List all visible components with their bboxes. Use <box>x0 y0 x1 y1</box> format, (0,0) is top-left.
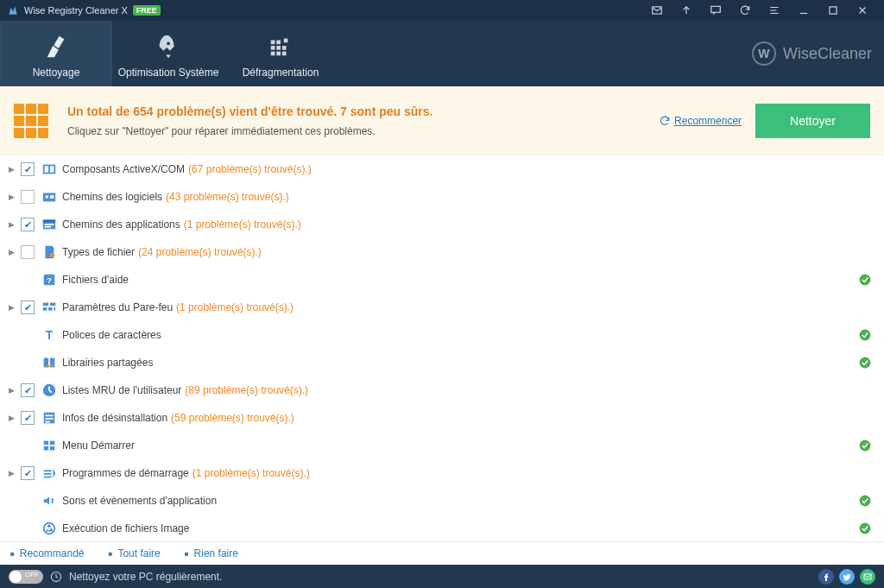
grid-icon <box>14 104 48 138</box>
expand-icon[interactable]: ▶ <box>5 414 17 422</box>
list-item[interactable]: T Polices de caractères <box>0 321 884 349</box>
expand-icon[interactable]: ▶ <box>5 220 17 229</box>
mail-social-icon[interactable] <box>860 569 875 585</box>
broom-icon <box>43 32 69 61</box>
checkbox[interactable] <box>21 162 35 176</box>
maximize-button[interactable] <box>818 0 848 21</box>
item-count: (67 problème(s) trouvé(s).) <box>188 163 312 175</box>
item-label: Programmes de démarrage <box>62 467 189 479</box>
list-item[interactable]: ▶ Programmes de démarrage (1 problème(s)… <box>0 459 884 487</box>
svg-point-51 <box>47 525 51 528</box>
list-item[interactable]: ▶ Paramètres du Pare-feu (1 problème(s) … <box>0 294 884 321</box>
clean-button[interactable]: Nettoyer <box>755 104 870 138</box>
restart-link[interactable]: Recommencer <box>659 115 742 127</box>
checkbox[interactable] <box>21 218 35 231</box>
rocket-icon <box>155 32 181 61</box>
item-count: (1 problème(s) trouvé(s).) <box>193 467 310 479</box>
banner-subtext: Cliquez sur "Nettoyer" pour réparer immé… <box>67 125 659 137</box>
list-item[interactable]: ▶ Chemins des applications (1 problème(s… <box>0 211 884 238</box>
svg-rect-19 <box>43 220 55 223</box>
app-title: Wise Registry Cleaner X <box>24 5 128 16</box>
facebook-icon[interactable] <box>818 569 834 585</box>
brand-logo[interactable]: W WiseCleaner <box>752 21 872 86</box>
list-item[interactable]: ▶ Infos de désinstallation (59 problème(… <box>0 404 884 432</box>
item-label: Infos de désinstallation <box>62 412 167 424</box>
tab-optimize[interactable]: Optimisation Système <box>112 21 224 86</box>
checkbox[interactable] <box>21 383 35 397</box>
link-recommended[interactable]: Recommandé <box>20 547 85 560</box>
tab-bar: Nettoyage Optimisation Système Défragmen… <box>0 21 884 86</box>
tab-defrag[interactable]: Défragmentation <box>224 21 337 86</box>
svg-text:T: T <box>46 328 54 342</box>
list-item[interactable]: ? Fichiers d'aide <box>0 266 884 294</box>
tab-cleanup[interactable]: Nettoyage <box>0 21 112 86</box>
mail-icon[interactable] <box>642 0 672 21</box>
list-item[interactable]: Exécution de fichiers Image <box>0 515 884 541</box>
expand-icon[interactable]: ▶ <box>5 248 17 256</box>
list-item[interactable]: ▶ Chemins des logiciels (43 problème(s) … <box>0 183 884 211</box>
title-bar: Wise Registry Cleaner X FREE <box>0 0 884 21</box>
svg-rect-39 <box>46 418 54 420</box>
svg-rect-14 <box>45 166 49 172</box>
svg-rect-41 <box>44 441 48 445</box>
svg-rect-10 <box>271 52 275 56</box>
list-item[interactable]: ▶ Composants ActiveX/COM (67 problème(s)… <box>0 155 884 183</box>
svg-rect-5 <box>276 41 281 45</box>
tab-label: Nettoyage <box>33 66 80 79</box>
expand-icon[interactable]: ▶ <box>5 469 17 477</box>
checkbox[interactable] <box>21 466 35 480</box>
checkbox[interactable] <box>21 190 35 204</box>
list-item[interactable]: ▶ Listes MRU de l'utilisateur (89 problè… <box>0 376 884 404</box>
free-badge: FREE <box>133 5 161 16</box>
list-item[interactable]: Sons et évènements d'application <box>0 487 884 515</box>
brand-text: WiseCleaner <box>783 45 872 63</box>
social-links <box>818 569 875 585</box>
list-item[interactable]: Menu Démarrer <box>0 432 884 459</box>
checkbox[interactable] <box>21 300 35 314</box>
svg-rect-26 <box>43 303 48 307</box>
ok-icon <box>858 439 872 452</box>
tab-label: Optimisation Système <box>118 66 219 79</box>
item-label: Listes MRU de l'utilisateur <box>62 384 181 396</box>
link-select-all[interactable]: Tout faire <box>117 547 160 560</box>
item-count: (89 problème(s) trouvé(s).) <box>185 384 308 396</box>
ok-icon <box>858 273 872 287</box>
image-exec-icon <box>41 521 57 536</box>
svg-text:?: ? <box>47 275 52 285</box>
expand-icon[interactable]: ▶ <box>5 386 17 395</box>
svg-rect-44 <box>50 446 54 451</box>
list-item[interactable]: ▶ Types de fichier (24 problème(s) trouv… <box>0 238 884 266</box>
item-label: Chemins des logiciels <box>62 191 162 203</box>
checkbox[interactable] <box>21 411 35 425</box>
svg-point-22 <box>50 253 54 257</box>
svg-rect-2 <box>830 7 837 14</box>
svg-point-3 <box>167 41 170 45</box>
ok-icon <box>858 328 872 342</box>
item-label: Sons et évènements d'application <box>62 495 217 507</box>
refresh-icon[interactable] <box>730 0 760 21</box>
item-label: Fichiers d'aide <box>62 274 129 286</box>
sound-icon <box>41 493 57 509</box>
expand-icon[interactable]: ▶ <box>5 303 17 312</box>
svg-rect-48 <box>44 477 52 478</box>
startmenu-icon <box>41 438 57 453</box>
upgrade-icon[interactable] <box>672 0 701 21</box>
uninstall-icon <box>41 410 57 426</box>
menu-icon[interactable] <box>760 0 789 21</box>
minimize-button[interactable] <box>789 0 818 21</box>
twitter-icon[interactable] <box>839 569 855 585</box>
feedback-icon[interactable] <box>701 0 730 21</box>
restart-label: Recommencer <box>674 115 742 127</box>
schedule-toggle[interactable]: OFF <box>9 570 43 584</box>
item-count: (1 problème(s) trouvé(s).) <box>176 301 294 313</box>
list-item[interactable]: Librairies partagées <box>0 349 884 376</box>
issue-list: ▶ Composants ActiveX/COM (67 problème(s)… <box>0 155 884 541</box>
startup-icon <box>41 465 57 481</box>
svg-point-32 <box>860 330 871 341</box>
close-button[interactable] <box>848 0 877 21</box>
svg-point-35 <box>860 357 871 369</box>
expand-icon[interactable]: ▶ <box>5 193 17 201</box>
checkbox[interactable] <box>21 245 35 259</box>
link-select-none[interactable]: Rien faire <box>194 547 238 560</box>
expand-icon[interactable]: ▶ <box>5 165 17 174</box>
